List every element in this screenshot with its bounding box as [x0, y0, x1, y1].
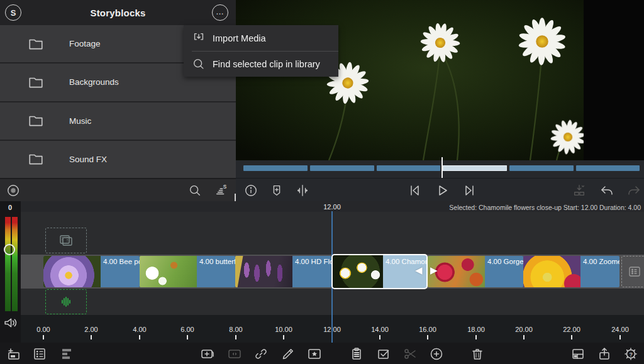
undo-button[interactable]: [599, 182, 615, 199]
folder-row-music[interactable]: Music: [0, 102, 236, 141]
audio-track-placeholder[interactable]: [45, 289, 87, 314]
timeline-clip-butterflies[interactable]: 4.00 butterfli: [140, 256, 235, 287]
timeline-clip-zoomed[interactable]: 4.00 Zoomed: [523, 256, 619, 287]
ruler-label: 2.00: [84, 326, 97, 333]
insert-media-button[interactable]: [571, 182, 587, 199]
trash-icon: [470, 346, 485, 361]
insert-media-icon: [572, 184, 586, 197]
ruler-tick: [379, 335, 380, 339]
layout-panels-button[interactable]: [570, 346, 586, 362]
storyblocks-sort-icon[interactable]: S: [214, 184, 228, 197]
ruler-scale: 0.00 2.00 4.00 6.00 8.00 10.00 12.00 14.…: [0, 315, 644, 343]
preview-playhead[interactable]: [441, 157, 443, 178]
play-icon: [435, 183, 450, 198]
undo-icon: [599, 183, 614, 198]
timeline-zoom-button[interactable]: [59, 346, 75, 362]
timeline-clip-bee-pollinating[interactable]: 4.00 Bee poll: [43, 256, 140, 287]
clipboard-icon: [349, 346, 364, 361]
preview-scrubber[interactable]: [236, 160, 644, 178]
clip-details-button[interactable]: [31, 346, 48, 362]
preview-video-frame: [236, 0, 584, 160]
add-marker-button[interactable]: [269, 182, 285, 199]
trim-handle-left-icon[interactable]: ◀: [415, 265, 423, 276]
append-clip-placeholder[interactable]: [621, 256, 644, 287]
ruler-tick: [43, 335, 44, 339]
scrubber-segment-highlighted[interactable]: [443, 165, 507, 171]
search-icon[interactable]: [188, 184, 202, 197]
folder-icon: [28, 36, 44, 52]
play-button[interactable]: [434, 182, 450, 199]
timeline-clip-chamomile-selected[interactable]: 4.00 Chamom: [331, 254, 428, 289]
scrubber-segment[interactable]: [243, 165, 308, 171]
add-media-to-timeline-icon: [6, 346, 21, 361]
clip-label: 4.00 Zoomed: [580, 256, 619, 287]
scrubber-segment[interactable]: [310, 165, 374, 171]
trim-handle-right-icon[interactable]: ▶: [430, 265, 438, 276]
transport-bar: [236, 178, 644, 201]
transition-button[interactable]: [226, 346, 243, 362]
ruler-tick: [91, 335, 92, 339]
volume-knob[interactable]: [4, 244, 15, 255]
ruler-label: 4.00: [133, 326, 146, 333]
scissors-icon: [402, 346, 418, 361]
select-check-button[interactable]: [375, 346, 392, 362]
clip-details-icon: [32, 346, 47, 361]
ruler-tick: [235, 335, 236, 339]
add-circle-button[interactable]: [428, 346, 445, 362]
scissors-button[interactable]: [402, 346, 418, 362]
audio-waveform-icon: [58, 295, 74, 308]
meter-bar-right: [12, 217, 18, 311]
info-button[interactable]: [243, 182, 259, 199]
scrubber-segment[interactable]: [509, 165, 574, 171]
trim-tool-button[interactable]: [294, 182, 311, 199]
video-editor-app: S Storyblocks … Footage Backgrounds: [0, 0, 644, 364]
panel-footer: S: [0, 178, 236, 201]
edit-pencil-button[interactable]: [280, 346, 296, 362]
record-icon[interactable]: [6, 184, 20, 197]
bottom-toolbar: ?: [0, 343, 644, 364]
ruler-tick: [523, 335, 525, 339]
timeline-clip-gorgeous[interactable]: 4.00 Gorgeou: [428, 256, 523, 287]
meter-bar-left: [5, 217, 11, 311]
skip-forward-button[interactable]: [462, 182, 478, 199]
ellipsis-menu-icon[interactable]: …: [212, 4, 228, 21]
ruler-label: 24.00: [611, 326, 629, 333]
help-settings-icon: ?: [623, 346, 638, 361]
skip-back-button[interactable]: [406, 182, 423, 199]
add-media-to-timeline-button[interactable]: [6, 346, 22, 362]
help-settings-button[interactable]: ?: [623, 346, 639, 362]
video-track-placeholder[interactable]: [45, 228, 87, 253]
context-menu: Import Media Find selected clip in libra…: [184, 25, 338, 77]
redo-button[interactable]: [626, 182, 642, 199]
clip-thumbnail: [523, 256, 580, 287]
redo-icon: [626, 183, 641, 198]
ruler-tick: [571, 335, 572, 339]
ruler-label: 8.00: [229, 326, 242, 333]
ruler-tick: [475, 335, 477, 339]
search-icon: [192, 57, 206, 71]
ruler-label: 20.00: [515, 326, 533, 333]
export-share-button[interactable]: [596, 346, 613, 362]
timeline-zoom-icon: [60, 346, 75, 361]
link-clips-button[interactable]: [253, 346, 269, 362]
clipboard-button[interactable]: [348, 346, 365, 362]
clip-label: 4.00 Bee poll: [101, 256, 140, 287]
current-time-label: 12.00: [323, 203, 341, 211]
ruler-label: 0.00: [36, 326, 50, 333]
clip-label: 4.00 HD Flow: [292, 256, 331, 287]
effects-star-icon: [307, 346, 322, 361]
ruler-label: 18.00: [467, 326, 485, 333]
menu-item-find-selected-clip[interactable]: Find selected clip in library: [184, 51, 338, 77]
scrubber-segment[interactable]: [576, 165, 640, 171]
timeline-clip-hd-flowers[interactable]: 4.00 HD Flow: [235, 256, 331, 287]
add-marker-icon: [270, 184, 284, 197]
effects-star-button[interactable]: [306, 346, 323, 362]
selection-info-label: Selected: Chamomile flowers close-up Sta…: [449, 204, 641, 211]
folder-row-soundfx[interactable]: Sound FX: [0, 141, 236, 178]
add-clip-button[interactable]: [199, 346, 216, 362]
video-preview[interactable]: [236, 0, 644, 160]
trash-button[interactable]: [469, 346, 486, 362]
scrubber-segment[interactable]: [377, 165, 440, 171]
menu-divider: [192, 51, 338, 52]
menu-item-import-media[interactable]: Import Media: [184, 25, 338, 51]
